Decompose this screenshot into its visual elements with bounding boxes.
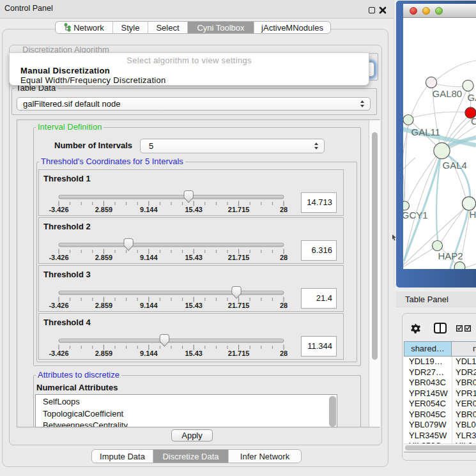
svg-text:HAP2: HAP2 [438,250,463,261]
svg-text:GA: GA [468,92,476,103]
svg-text:GAL11: GAL11 [411,127,441,137]
svg-text:2.859: 2.859 [95,349,113,357]
svg-text:9.144: 9.144 [140,254,158,261]
svg-text:15.43: 15.43 [185,206,203,213]
svg-text:GCY1: GCY1 [403,210,428,220]
svg-text:9.144: 9.144 [140,206,158,213]
svg-text:-3.426: -3.426 [49,302,68,309]
svg-text:21.715: 21.715 [228,254,250,261]
svg-text:2.859: 2.859 [95,302,113,309]
svg-text:28: 28 [280,206,288,213]
svg-text:21.715: 21.715 [228,206,250,213]
svg-text:-3.426: -3.426 [49,206,68,213]
svg-text:-3.426: -3.426 [49,254,68,261]
svg-text:9.144: 9.144 [140,302,158,309]
svg-text:21.715: 21.715 [228,349,250,357]
svg-text:15.43: 15.43 [185,302,203,309]
svg-text:15.43: 15.43 [185,349,203,357]
svg-text:2.859: 2.859 [95,254,113,261]
svg-text:-3.426: -3.426 [49,349,68,357]
svg-text:28: 28 [280,254,288,261]
svg-text:28: 28 [280,302,288,309]
svg-text:15.43: 15.43 [185,254,203,261]
svg-text:GAL80: GAL80 [433,88,463,99]
svg-text:HA: HA [470,209,476,220]
svg-text:2.859: 2.859 [95,206,113,213]
svg-text:9.144: 9.144 [140,349,158,357]
svg-text:21.715: 21.715 [228,302,250,309]
svg-text:CY: CY [471,116,476,127]
svg-text:28: 28 [280,349,288,357]
svg-text:GAL4: GAL4 [443,160,467,171]
